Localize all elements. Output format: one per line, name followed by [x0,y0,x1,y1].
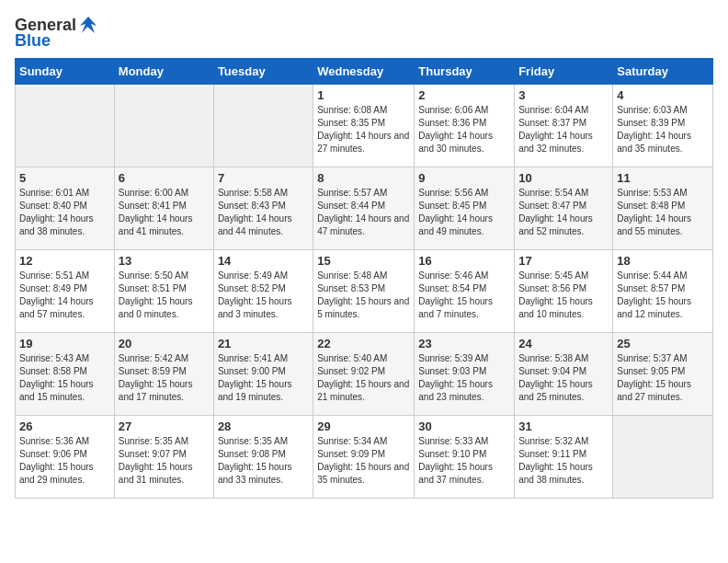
day-detail: Sunrise: 5:43 AMSunset: 8:58 PMDaylight:… [19,352,110,404]
day-detail: Sunrise: 5:49 AMSunset: 8:52 PMDaylight:… [218,270,309,321]
day-number: 11 [617,171,709,185]
day-number: 26 [19,419,110,433]
calendar-cell [213,85,313,167]
day-detail: Sunrise: 5:39 AMSunset: 9:03 PMDaylight:… [418,352,510,404]
calendar-cell: 31Sunrise: 5:32 AMSunset: 9:11 PMDayligh… [515,416,613,499]
day-detail: Sunrise: 5:38 AMSunset: 9:04 PMDaylight:… [518,352,609,404]
logo-blue-text: Blue [15,31,51,51]
calendar-week-row: 1Sunrise: 6:08 AMSunset: 8:35 PMDaylight… [16,85,713,167]
svg-marker-0 [80,17,97,33]
calendar-cell: 15Sunrise: 5:48 AMSunset: 8:53 PMDayligh… [313,250,415,333]
day-detail: Sunrise: 6:06 AMSunset: 8:36 PMDaylight:… [418,104,510,155]
day-number: 1 [317,88,410,102]
day-detail: Sunrise: 5:53 AMSunset: 8:48 PMDaylight:… [617,187,709,238]
day-number: 8 [317,171,410,185]
day-detail: Sunrise: 5:51 AMSunset: 8:49 PMDaylight:… [19,270,110,321]
header-day-friday: Friday [515,59,613,85]
page-header: General Blue [15,15,713,51]
day-detail: Sunrise: 5:32 AMSunset: 9:11 PMDaylight:… [518,435,609,487]
day-number: 12 [19,254,110,268]
day-number: 17 [518,254,609,268]
calendar-cell: 8Sunrise: 5:57 AMSunset: 8:44 PMDaylight… [313,167,415,250]
logo: General Blue [15,15,98,51]
day-number: 9 [418,171,510,185]
day-detail: Sunrise: 6:03 AMSunset: 8:39 PMDaylight:… [617,104,709,155]
day-number: 14 [218,254,309,268]
calendar-cell: 17Sunrise: 5:45 AMSunset: 8:56 PMDayligh… [515,250,613,333]
day-detail: Sunrise: 5:44 AMSunset: 8:57 PMDaylight:… [617,270,709,321]
day-detail: Sunrise: 5:58 AMSunset: 8:43 PMDaylight:… [218,187,309,238]
day-detail: Sunrise: 5:50 AMSunset: 8:51 PMDaylight:… [119,270,210,321]
day-detail: Sunrise: 5:54 AMSunset: 8:47 PMDaylight:… [518,187,609,238]
day-detail: Sunrise: 5:33 AMSunset: 9:10 PMDaylight:… [418,435,510,487]
calendar-cell: 25Sunrise: 5:37 AMSunset: 9:05 PMDayligh… [613,333,713,416]
day-detail: Sunrise: 5:35 AMSunset: 9:08 PMDaylight:… [218,435,309,487]
day-detail: Sunrise: 5:45 AMSunset: 8:56 PMDaylight:… [518,270,609,321]
logo-bird-icon [78,15,98,35]
calendar-week-row: 5Sunrise: 6:01 AMSunset: 8:40 PMDaylight… [16,167,713,250]
calendar-week-row: 12Sunrise: 5:51 AMSunset: 8:49 PMDayligh… [16,250,713,333]
day-number: 16 [418,254,510,268]
day-number: 23 [418,337,510,350]
header-day-wednesday: Wednesday [313,59,415,85]
day-number: 4 [617,88,709,102]
calendar-cell: 3Sunrise: 6:04 AMSunset: 8:37 PMDaylight… [515,85,613,167]
calendar-cell: 6Sunrise: 6:00 AMSunset: 8:41 PMDaylight… [114,167,213,250]
calendar-cell: 4Sunrise: 6:03 AMSunset: 8:39 PMDaylight… [613,85,713,167]
day-detail: Sunrise: 5:36 AMSunset: 9:06 PMDaylight:… [19,435,110,487]
calendar-cell: 9Sunrise: 5:56 AMSunset: 8:45 PMDaylight… [415,167,515,250]
calendar-cell [114,85,213,167]
day-detail: Sunrise: 6:01 AMSunset: 8:40 PMDaylight:… [19,187,110,238]
calendar-cell: 22Sunrise: 5:40 AMSunset: 9:02 PMDayligh… [313,333,415,416]
calendar-cell: 23Sunrise: 5:39 AMSunset: 9:03 PMDayligh… [415,333,515,416]
calendar-cell [16,85,115,167]
header-day-sunday: Sunday [16,59,115,85]
day-number: 20 [119,337,210,350]
calendar-cell: 1Sunrise: 6:08 AMSunset: 8:35 PMDaylight… [313,85,415,167]
calendar-cell: 21Sunrise: 5:41 AMSunset: 9:00 PMDayligh… [213,333,313,416]
day-detail: Sunrise: 6:08 AMSunset: 8:35 PMDaylight:… [317,104,410,155]
calendar-cell: 11Sunrise: 5:53 AMSunset: 8:48 PMDayligh… [613,167,713,250]
day-number: 5 [19,171,110,185]
day-number: 2 [418,88,510,102]
day-number: 18 [617,254,709,268]
day-detail: Sunrise: 5:34 AMSunset: 9:09 PMDaylight:… [317,435,410,487]
calendar-cell: 20Sunrise: 5:42 AMSunset: 8:59 PMDayligh… [114,333,213,416]
day-detail: Sunrise: 5:42 AMSunset: 8:59 PMDaylight:… [119,352,210,404]
calendar-cell: 29Sunrise: 5:34 AMSunset: 9:09 PMDayligh… [313,416,415,499]
header-day-thursday: Thursday [415,59,515,85]
day-number: 22 [317,337,410,350]
calendar-cell [613,416,713,499]
calendar-cell: 10Sunrise: 5:54 AMSunset: 8:47 PMDayligh… [515,167,613,250]
calendar-table: SundayMondayTuesdayWednesdayThursdayFrid… [15,58,713,499]
calendar-cell: 2Sunrise: 6:06 AMSunset: 8:36 PMDaylight… [415,85,515,167]
calendar-cell: 28Sunrise: 5:35 AMSunset: 9:08 PMDayligh… [213,416,313,499]
header-day-saturday: Saturday [613,59,713,85]
day-number: 25 [617,337,709,350]
day-detail: Sunrise: 6:00 AMSunset: 8:41 PMDaylight:… [119,187,210,238]
day-detail: Sunrise: 5:40 AMSunset: 9:02 PMDaylight:… [317,352,410,404]
day-number: 24 [518,337,609,350]
day-number: 30 [418,419,510,433]
calendar-cell: 16Sunrise: 5:46 AMSunset: 8:54 PMDayligh… [415,250,515,333]
day-number: 31 [518,419,609,433]
calendar-cell: 12Sunrise: 5:51 AMSunset: 8:49 PMDayligh… [16,250,115,333]
calendar-cell: 26Sunrise: 5:36 AMSunset: 9:06 PMDayligh… [16,416,115,499]
header-day-monday: Monday [114,59,213,85]
header-day-tuesday: Tuesday [213,59,313,85]
calendar-week-row: 26Sunrise: 5:36 AMSunset: 9:06 PMDayligh… [16,416,713,499]
calendar-cell: 5Sunrise: 6:01 AMSunset: 8:40 PMDaylight… [16,167,115,250]
day-detail: Sunrise: 5:57 AMSunset: 8:44 PMDaylight:… [317,187,410,238]
day-number: 19 [19,337,110,350]
day-number: 10 [518,171,609,185]
day-number: 7 [218,171,309,185]
calendar-cell: 14Sunrise: 5:49 AMSunset: 8:52 PMDayligh… [213,250,313,333]
calendar-cell: 27Sunrise: 5:35 AMSunset: 9:07 PMDayligh… [114,416,213,499]
day-number: 28 [218,419,309,433]
day-detail: Sunrise: 5:48 AMSunset: 8:53 PMDaylight:… [317,270,410,321]
calendar-header-row: SundayMondayTuesdayWednesdayThursdayFrid… [16,59,713,85]
day-detail: Sunrise: 6:04 AMSunset: 8:37 PMDaylight:… [518,104,609,155]
calendar-cell: 19Sunrise: 5:43 AMSunset: 8:58 PMDayligh… [16,333,115,416]
day-number: 13 [119,254,210,268]
calendar-cell: 7Sunrise: 5:58 AMSunset: 8:43 PMDaylight… [213,167,313,250]
